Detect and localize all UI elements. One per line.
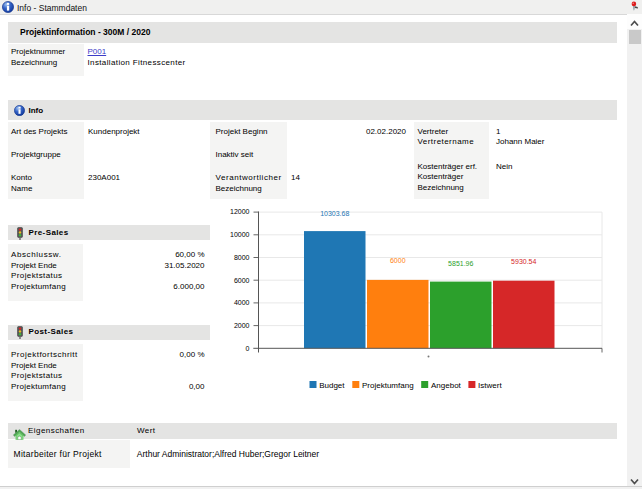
svg-text:12000: 12000 xyxy=(230,208,250,215)
svg-text:Istwert: Istwert xyxy=(478,381,502,390)
svg-text:Angebot: Angebot xyxy=(431,381,462,390)
svg-text:10000: 10000 xyxy=(230,231,250,238)
svg-text:4000: 4000 xyxy=(234,299,250,306)
svg-text:Projektumfang: Projektumfang xyxy=(362,381,414,390)
svg-text:10303.68: 10303.68 xyxy=(320,210,349,217)
svg-text:5930.54: 5930.54 xyxy=(511,258,536,265)
svg-text:0: 0 xyxy=(246,345,250,352)
svg-text:6000: 6000 xyxy=(390,257,406,264)
svg-text:5851.96: 5851.96 xyxy=(448,260,473,267)
svg-text:6000: 6000 xyxy=(234,277,250,284)
svg-text:Budget: Budget xyxy=(319,381,345,390)
svg-text:2000: 2000 xyxy=(234,322,250,329)
svg-text:8000: 8000 xyxy=(234,254,250,261)
